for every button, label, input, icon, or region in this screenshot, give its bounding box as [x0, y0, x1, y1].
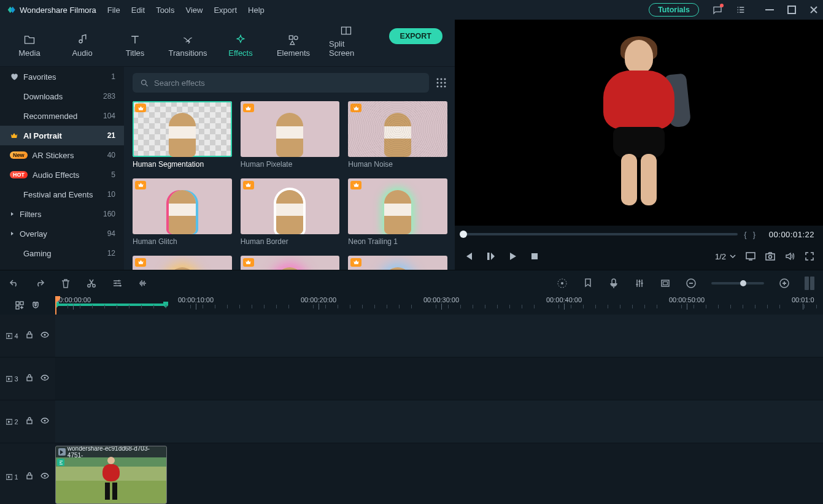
- search-input[interactable]: [154, 78, 422, 88]
- visibility-icon[interactable]: [41, 472, 49, 482]
- lock-track-icon[interactable]: [26, 331, 33, 340]
- category-gaming[interactable]: Gaming12: [0, 243, 124, 263]
- marker-icon[interactable]: [582, 278, 593, 289]
- category-ai-portrait[interactable]: AI Portrait21: [0, 126, 124, 145]
- category-lut[interactable]: LUT26: [0, 263, 124, 270]
- tasks-icon[interactable]: [736, 5, 746, 15]
- track-row-2: 2: [0, 400, 823, 443]
- search-effects[interactable]: [133, 73, 429, 93]
- menu-view[interactable]: View: [185, 6, 203, 15]
- effect-thumbnail[interactable]: [348, 256, 447, 270]
- category-favorites[interactable]: Favorites1: [0, 67, 124, 86]
- voiceover-icon[interactable]: [608, 278, 619, 289]
- zoom-slider[interactable]: [711, 282, 764, 284]
- view-toggle-icon[interactable]: [435, 77, 447, 89]
- brace-close-icon[interactable]: }: [753, 230, 755, 239]
- preview-video[interactable]: [455, 20, 823, 226]
- window-close-icon[interactable]: [809, 6, 818, 14]
- timeline-clip[interactable]: wondershare-ec91dd68-d703-4751-: [55, 446, 167, 504]
- redo-icon[interactable]: [34, 278, 45, 289]
- zoom-out-icon[interactable]: [686, 278, 697, 289]
- lock-track-icon[interactable]: [26, 417, 33, 426]
- audio-edit-icon[interactable]: [137, 278, 149, 289]
- track-body[interactable]: wondershare-ec91dd68-d703-4751-: [55, 443, 823, 504]
- audio-mixer-icon[interactable]: [634, 278, 645, 289]
- module-media[interactable]: Media: [12, 34, 47, 58]
- preview-scale-select[interactable]: 1/2: [715, 252, 736, 261]
- menu-file[interactable]: File: [107, 6, 120, 15]
- effect-card-neon-trailing-1[interactable]: Neon Trailing 1: [348, 178, 447, 246]
- visibility-icon[interactable]: [41, 416, 49, 427]
- effect-card-human-glitch[interactable]: Human Glitch: [133, 178, 232, 246]
- menu-edit[interactable]: Edit: [131, 6, 145, 15]
- window-minimize-icon[interactable]: [765, 6, 774, 14]
- effect-card-glow2[interactable]: [241, 256, 340, 270]
- effect-thumbnail[interactable]: [241, 101, 340, 157]
- fullscreen-icon[interactable]: [805, 251, 814, 261]
- effect-thumbnail[interactable]: [348, 178, 447, 234]
- match-frame-icon[interactable]: [805, 277, 814, 290]
- lock-track-icon[interactable]: [26, 472, 33, 481]
- effect-card-human-segmentation[interactable]: Human Segmentation: [133, 101, 232, 169]
- window-maximize-icon[interactable]: [787, 6, 796, 14]
- module-elements[interactable]: Elements: [276, 34, 311, 58]
- visibility-icon[interactable]: [41, 330, 49, 341]
- track-manage-icon[interactable]: [15, 300, 25, 310]
- category-festival-and-events[interactable]: Festival and Events10: [0, 185, 124, 204]
- prev-frame-icon[interactable]: [463, 251, 473, 261]
- volume-icon[interactable]: [785, 251, 795, 261]
- category-audio-effects[interactable]: HOTAudio Effects5: [0, 165, 124, 185]
- module-audio[interactable]: Audio: [65, 34, 99, 58]
- display-settings-icon[interactable]: [746, 251, 755, 261]
- timeline-ruler[interactable]: 00:00:00:0000:00:10:0000:00:20:0000:00:3…: [55, 296, 823, 315]
- category-filters[interactable]: Filters160: [0, 204, 124, 224]
- category-downloads[interactable]: Downloads283: [0, 86, 124, 106]
- delete-icon[interactable]: [60, 278, 71, 289]
- zoom-in-icon[interactable]: [779, 278, 790, 289]
- module-audio-label: Audio: [72, 48, 92, 58]
- play-pause-icon[interactable]: [485, 251, 495, 261]
- crop-icon[interactable]: [660, 278, 671, 289]
- visibility-icon[interactable]: [41, 373, 49, 384]
- effect-card-glow1[interactable]: [133, 256, 232, 270]
- brace-open-icon[interactable]: {: [744, 230, 746, 239]
- preview-scrubber[interactable]: [463, 233, 738, 235]
- track-body[interactable]: [55, 400, 823, 443]
- stop-icon[interactable]: [530, 251, 539, 261]
- category-overlay[interactable]: Overlay94: [0, 224, 124, 243]
- effect-thumbnail[interactable]: [241, 256, 340, 270]
- effect-thumbnail[interactable]: [133, 256, 232, 270]
- track-body[interactable]: [55, 315, 823, 357]
- module-splitscreen[interactable]: Split Screen: [329, 25, 363, 58]
- menu-export[interactable]: Export: [214, 6, 237, 15]
- effect-thumbnail[interactable]: [241, 178, 340, 234]
- module-transitions[interactable]: Transitions: [171, 34, 205, 58]
- category-recommended[interactable]: Recommended104: [0, 106, 124, 126]
- effect-thumbnail[interactable]: [133, 178, 232, 234]
- effect-card-human-pixelate[interactable]: Human Pixelate: [241, 101, 340, 169]
- undo-icon[interactable]: [9, 278, 20, 289]
- effect-card-glow3[interactable]: [348, 256, 447, 270]
- magnet-icon[interactable]: [31, 300, 41, 310]
- messages-icon[interactable]: [713, 5, 722, 15]
- effect-thumbnail[interactable]: [133, 101, 232, 157]
- snapshot-icon[interactable]: [765, 251, 775, 261]
- effect-thumbnail[interactable]: [348, 101, 447, 157]
- effect-card-human-border[interactable]: Human Border: [241, 178, 340, 246]
- lock-track-icon[interactable]: [26, 374, 33, 383]
- scrub-handle[interactable]: [460, 231, 467, 238]
- split-icon[interactable]: [86, 278, 97, 289]
- module-effects[interactable]: Effects: [223, 34, 258, 58]
- category-ar-stickers[interactable]: NewAR Stickers40: [0, 145, 124, 165]
- timeline-playhead[interactable]: [55, 296, 56, 315]
- track-body[interactable]: [55, 357, 823, 400]
- edit-props-icon[interactable]: [112, 278, 123, 289]
- effect-card-human-noise[interactable]: Human Noise: [348, 101, 447, 169]
- export-button[interactable]: EXPORT: [389, 28, 442, 44]
- render-preview-icon[interactable]: [557, 278, 568, 289]
- play-icon[interactable]: [508, 251, 517, 261]
- menu-help[interactable]: Help: [248, 6, 265, 15]
- menu-tools[interactable]: Tools: [156, 6, 174, 15]
- tutorials-button[interactable]: Tutorials: [649, 3, 699, 17]
- module-titles[interactable]: Titles: [118, 34, 152, 58]
